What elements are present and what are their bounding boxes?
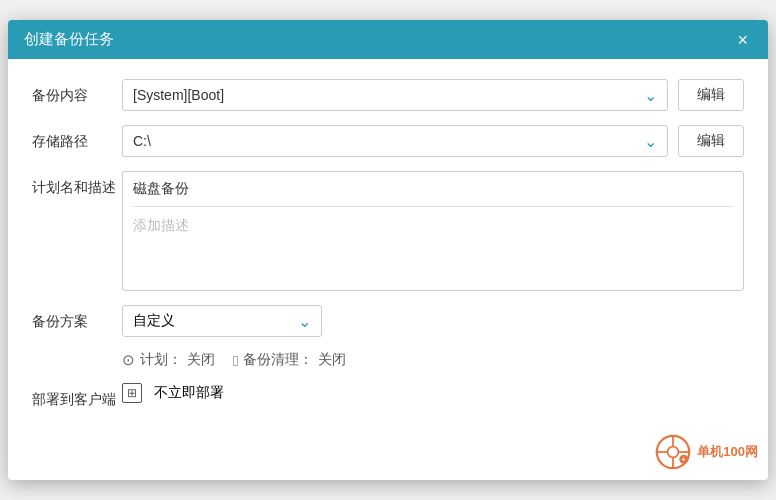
- cleanup-icon: 🛚: [233, 352, 238, 369]
- deploy-select: ⊞ 不立即部署: [122, 383, 224, 403]
- deploy-label: 部署到客户端: [32, 383, 122, 409]
- plan-name-value: 磁盘备份: [133, 180, 733, 207]
- backup-plan-value: 自定义: [133, 312, 175, 330]
- backup-plan-select-row: 自定义 ⌄: [122, 305, 322, 337]
- plan-name-row: 计划名和描述 磁盘备份 添加描述: [32, 171, 744, 291]
- plan-name-control: 磁盘备份 添加描述: [122, 171, 744, 291]
- plan-name-label: 计划名和描述: [32, 171, 122, 197]
- deploy-row: 部署到客户端 ⊞ 不立即部署: [32, 383, 744, 409]
- deploy-value: 不立即部署: [154, 384, 224, 402]
- cleanup-info: 🛚 备份清理： 关闭: [233, 351, 346, 369]
- create-backup-task-dialog: 创建备份任务 × 备份内容 [System][Boot] ⌄ 编辑 存储路径 C…: [8, 20, 768, 480]
- schedule-value: 关闭: [187, 351, 215, 369]
- svg-text:+: +: [682, 455, 686, 464]
- backup-plan-arrow-icon: ⌄: [298, 312, 311, 331]
- watermark-site: 单机100网: [697, 443, 758, 461]
- backup-content-row: 备份内容 [System][Boot] ⌄ 编辑: [32, 79, 744, 111]
- watermark-logo: +: [655, 434, 691, 470]
- storage-path-row: 存储路径 C:\ ⌄ 编辑: [32, 125, 744, 157]
- backup-plan-label: 备份方案: [32, 305, 122, 331]
- backup-plan-select[interactable]: 自定义 ⌄: [122, 305, 322, 337]
- dialog-title: 创建备份任务: [24, 30, 114, 49]
- backup-content-select[interactable]: [System][Boot] ⌄: [122, 79, 668, 111]
- storage-path-label: 存储路径: [32, 125, 122, 151]
- grid-icon: ⊞: [122, 383, 142, 403]
- svg-point-1: [668, 447, 679, 458]
- schedule-label: 计划：: [140, 351, 182, 369]
- cleanup-value: 关闭: [318, 351, 346, 369]
- backup-content-value: [System][Boot]: [133, 87, 224, 103]
- storage-path-value: C:\: [133, 133, 151, 149]
- backup-content-label: 备份内容: [32, 79, 122, 105]
- plan-desc-placeholder: 添加描述: [133, 213, 733, 235]
- description-box[interactable]: 磁盘备份 添加描述: [122, 171, 744, 291]
- storage-path-edit-button[interactable]: 编辑: [678, 125, 744, 157]
- dialog-header: 创建备份任务 ×: [8, 20, 768, 59]
- close-button[interactable]: ×: [733, 31, 752, 49]
- plan-info-row: ⊙ 计划： 关闭 🛚 备份清理： 关闭: [122, 351, 346, 369]
- storage-path-select[interactable]: C:\ ⌄: [122, 125, 668, 157]
- schedule-info: ⊙ 计划： 关闭: [122, 351, 215, 369]
- clock-icon: ⊙: [122, 351, 135, 369]
- cleanup-label: 备份清理：: [243, 351, 313, 369]
- backup-plan-control: 自定义 ⌄ ⊙ 计划： 关闭 🛚 备份清理： 关闭: [122, 305, 744, 369]
- deploy-control: ⊞ 不立即部署: [122, 383, 744, 403]
- watermark: + 单机100网: [655, 434, 758, 470]
- backup-content-edit-button[interactable]: 编辑: [678, 79, 744, 111]
- storage-path-arrow-icon: ⌄: [644, 132, 657, 151]
- dialog-body: 备份内容 [System][Boot] ⌄ 编辑 存储路径 C:\ ⌄ 编辑: [8, 59, 768, 439]
- backup-plan-row: 备份方案 自定义 ⌄ ⊙ 计划： 关闭 🛚 备份清理: [32, 305, 744, 369]
- backup-content-control: [System][Boot] ⌄ 编辑: [122, 79, 744, 111]
- backup-content-arrow-icon: ⌄: [644, 86, 657, 105]
- storage-path-control: C:\ ⌄ 编辑: [122, 125, 744, 157]
